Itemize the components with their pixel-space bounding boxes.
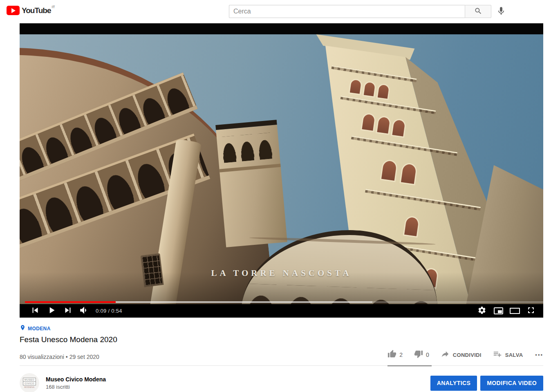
play-button[interactable] <box>43 304 60 318</box>
time-duration: 0:54 <box>111 308 122 314</box>
share-icon <box>441 349 450 360</box>
sentiment-group: 2 0 <box>387 349 429 360</box>
thumb-up-icon <box>387 349 396 360</box>
theater-mode-button[interactable] <box>506 304 523 318</box>
subscriber-count: 168 iscritti <box>46 384 106 390</box>
volume-button[interactable] <box>76 304 92 318</box>
top-header: YouTube IT <box>0 0 551 23</box>
action-bar: 2 0 CONDIVIDI <box>387 349 543 360</box>
dislike-button[interactable]: 0 <box>414 349 429 360</box>
time-separator: / <box>107 308 112 314</box>
search-input[interactable] <box>229 5 465 18</box>
theater-mode-icon <box>510 308 520 314</box>
location-tag-label: MODENA <box>28 326 51 332</box>
previous-button[interactable] <box>27 304 43 318</box>
analytics-button[interactable]: ANALYTICS <box>430 376 477 391</box>
video-frame: LA TORRE NASCOSTA <box>20 34 543 318</box>
video-info-section: MODENA Festa Unesco Modena 2020 80 visua… <box>20 318 543 392</box>
avatar-text-line: CIVICO <box>23 381 36 385</box>
video-title: Festa Unesco Modena 2020 <box>20 335 543 344</box>
video-caption: LA TORRE NASCOSTA <box>211 268 352 278</box>
time-display: 0:09 / 0:54 <box>96 308 122 314</box>
channel-avatar[interactable]: MUSEO CIVICO MODENA <box>20 373 39 392</box>
play-icon <box>46 305 57 317</box>
meta-separator: • <box>64 354 69 360</box>
letterbox-bar <box>20 23 543 34</box>
share-button[interactable]: CONDIVIDI <box>441 349 482 360</box>
voice-search-button[interactable] <box>495 6 507 17</box>
player-control-bar: 0:09 / 0:54 <box>20 304 543 318</box>
settings-button[interactable] <box>474 304 490 318</box>
seek-bar-played <box>25 301 116 303</box>
miniplayer-button[interactable] <box>490 304 506 318</box>
time-current: 0:09 <box>96 308 107 314</box>
save-label: SALVA <box>505 352 523 358</box>
country-code-label: IT <box>52 5 55 9</box>
microphone-icon <box>496 6 506 17</box>
volume-icon <box>79 305 90 317</box>
search-button[interactable] <box>465 5 491 18</box>
miniplayer-icon <box>494 307 503 314</box>
video-player[interactable]: LA TORRE NASCOSTA <box>20 23 543 318</box>
save-button[interactable]: SALVA <box>493 349 523 360</box>
like-count: 2 <box>399 352 403 358</box>
channel-name[interactable]: Museo Civico Modena <box>46 376 106 383</box>
share-label: CONDIVIDI <box>453 352 482 358</box>
owner-buttons: ANALYTICS MODIFICA VIDEO <box>427 376 543 391</box>
fullscreen-icon <box>526 305 536 316</box>
youtube-logo[interactable]: YouTube IT <box>7 6 55 15</box>
gear-icon <box>477 306 486 316</box>
like-button[interactable]: 2 <box>387 349 403 360</box>
channel-text: Museo Civico Modena 168 iscritti <box>46 376 106 390</box>
location-pin-icon <box>20 325 26 332</box>
avatar-text-line: MODENA <box>25 386 35 388</box>
skip-next-icon <box>63 305 73 317</box>
youtube-play-icon <box>7 6 20 15</box>
location-tag[interactable]: MODENA <box>20 318 543 332</box>
view-count: 80 visualizzazioni <box>20 354 64 360</box>
publish-date: 29 set 2020 <box>69 354 99 360</box>
search-icon <box>474 7 482 16</box>
skip-previous-icon <box>30 305 40 317</box>
youtube-watch-page: YouTube IT <box>0 0 551 392</box>
next-button[interactable] <box>60 304 76 318</box>
playlist-add-icon <box>493 349 502 360</box>
dislike-count: 0 <box>426 352 429 358</box>
meta-row: 80 visualizzazioni • 29 set 2020 2 0 <box>20 349 543 366</box>
channel-row: MUSEO CIVICO MODENA Museo Civico Modena … <box>20 366 543 392</box>
fullscreen-button[interactable] <box>523 304 539 318</box>
seek-bar[interactable] <box>25 301 543 303</box>
edit-video-button[interactable]: MODIFICA VIDEO <box>480 376 543 391</box>
search-form <box>229 5 491 18</box>
sentiment-bar <box>387 365 432 366</box>
youtube-wordmark: YouTube <box>22 6 51 15</box>
thumb-down-icon <box>414 349 423 360</box>
more-actions-button[interactable]: ••• <box>535 352 543 358</box>
view-count-and-date: 80 visualizzazioni • 29 set 2020 <box>20 354 99 360</box>
